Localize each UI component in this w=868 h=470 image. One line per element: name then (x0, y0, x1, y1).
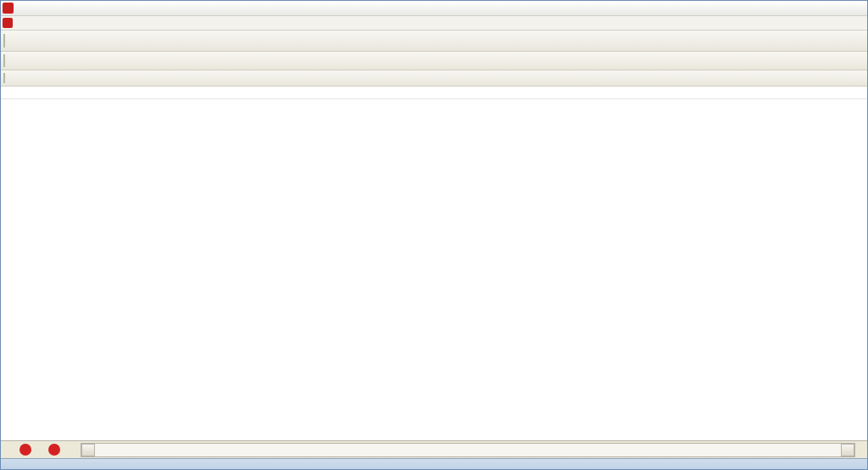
scroll-left-button[interactable] (81, 444, 95, 456)
child-window-icon (3, 18, 13, 28)
sh-index-icon[interactable] (19, 444, 31, 456)
draw-toolbar (1, 70, 867, 87)
layout-grid-icon[interactable] (3, 444, 16, 456)
main-toolbar (1, 31, 867, 52)
date-axis (1, 87, 867, 99)
app-logo-icon (3, 3, 14, 14)
menu-bar (1, 16, 867, 31)
scroll-right-button[interactable] (841, 444, 854, 456)
kline-chart-canvas[interactable] (1, 99, 867, 440)
gann-quote-bar (1, 458, 867, 470)
horizontal-scrollbar[interactable] (81, 443, 855, 457)
scrollbar-trough[interactable] (95, 445, 841, 456)
chart-toolbar (1, 52, 867, 70)
status-bar (1, 440, 867, 458)
sz-index-icon[interactable] (48, 444, 60, 456)
title-bar (1, 1, 867, 16)
